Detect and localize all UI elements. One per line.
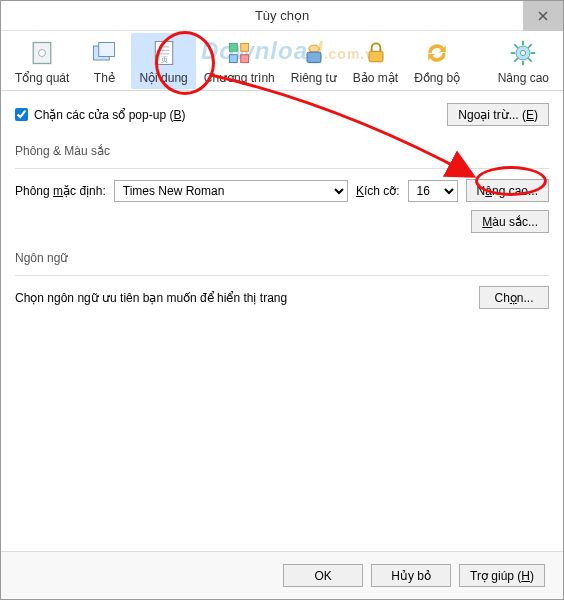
help-button[interactable]: Trợ giúp (H): [459, 564, 545, 587]
tab-privacy[interactable]: Riêng tư: [283, 33, 345, 89]
ok-button[interactable]: OK: [283, 564, 363, 587]
tab-label: Bảo mật: [353, 71, 398, 85]
svg-line-24: [529, 44, 533, 48]
cancel-button[interactable]: Hủy bỏ: [371, 564, 451, 587]
tab-applications[interactable]: Chương trình: [196, 33, 283, 89]
section-fonts-colors: Phông & Màu sắc: [15, 144, 549, 158]
divider: [15, 275, 549, 276]
svg-rect-11: [230, 54, 238, 62]
window-title: Tùy chọn: [255, 8, 309, 23]
svg-rect-10: [241, 43, 249, 51]
tab-label: Thẻ: [94, 71, 115, 85]
colors-button[interactable]: Màu sắc...: [471, 210, 549, 233]
tab-content[interactable]: 页 Nội dung: [131, 33, 195, 89]
font-size-label: Kích cỡ:: [356, 184, 400, 198]
svg-rect-14: [307, 52, 321, 63]
dialog-buttons: OK Hủy bỏ Trợ giúp (H): [1, 551, 563, 599]
section-language: Ngôn ngữ: [15, 251, 549, 265]
font-size-select[interactable]: 16: [408, 180, 458, 202]
popup-checkbox-input[interactable]: [15, 108, 28, 121]
svg-point-1: [39, 49, 46, 56]
svg-point-17: [521, 50, 526, 55]
language-hint: Chọn ngôn ngữ ưu tiên bạn muốn để hiển t…: [15, 291, 287, 305]
tab-sync[interactable]: Đồng bộ: [406, 33, 468, 89]
svg-point-13: [309, 45, 320, 52]
tab-general[interactable]: Tổng quát: [7, 33, 77, 89]
tabs-icon: [88, 37, 120, 69]
choose-language-button[interactable]: Chọn...: [479, 286, 549, 309]
exceptions-button[interactable]: Ngoại trừ... (E): [447, 103, 549, 126]
tab-label: Đồng bộ: [414, 71, 460, 85]
tab-label: Tổng quát: [15, 71, 69, 85]
svg-line-23: [529, 58, 533, 62]
close-button[interactable]: [523, 1, 563, 31]
applications-icon: [223, 37, 255, 69]
tab-advanced[interactable]: Nâng cao: [490, 33, 557, 89]
titlebar: Tùy chọn: [1, 1, 563, 31]
svg-line-22: [515, 44, 519, 48]
toolbar-tabs: Tổng quát Thẻ 页 Nội dung Chương trình Ri…: [1, 31, 563, 91]
content-panel: Chặn các cửa sổ pop-up (B) Ngoại trừ... …: [1, 91, 563, 327]
general-icon: [26, 37, 58, 69]
svg-rect-15: [369, 51, 383, 62]
content-icon: 页: [148, 37, 180, 69]
tab-label: Riêng tư: [291, 71, 337, 85]
svg-line-25: [515, 58, 519, 62]
privacy-icon: [298, 37, 330, 69]
close-icon: [538, 11, 548, 21]
default-font-label: Phông mặc định:: [15, 184, 106, 198]
tab-label: Chương trình: [204, 71, 275, 85]
lock-icon: [360, 37, 392, 69]
svg-rect-12: [241, 54, 249, 62]
popup-block-checkbox[interactable]: Chặn các cửa sổ pop-up (B): [15, 108, 185, 122]
svg-rect-3: [99, 42, 115, 56]
tab-tabs[interactable]: Thẻ: [77, 33, 131, 89]
checkbox-label: Chặn các cửa sổ pop-up (B): [34, 108, 185, 122]
tab-security[interactable]: Bảo mật: [345, 33, 406, 89]
tab-label: Nội dung: [139, 71, 187, 85]
sync-icon: [421, 37, 453, 69]
tab-label: Nâng cao: [498, 71, 549, 85]
default-font-select[interactable]: Times New Roman: [114, 180, 348, 202]
divider: [15, 168, 549, 169]
svg-text:页: 页: [160, 55, 167, 63]
gear-icon: [507, 37, 539, 69]
advanced-fonts-button[interactable]: Nâng cao...: [466, 179, 549, 202]
svg-rect-9: [230, 43, 238, 51]
